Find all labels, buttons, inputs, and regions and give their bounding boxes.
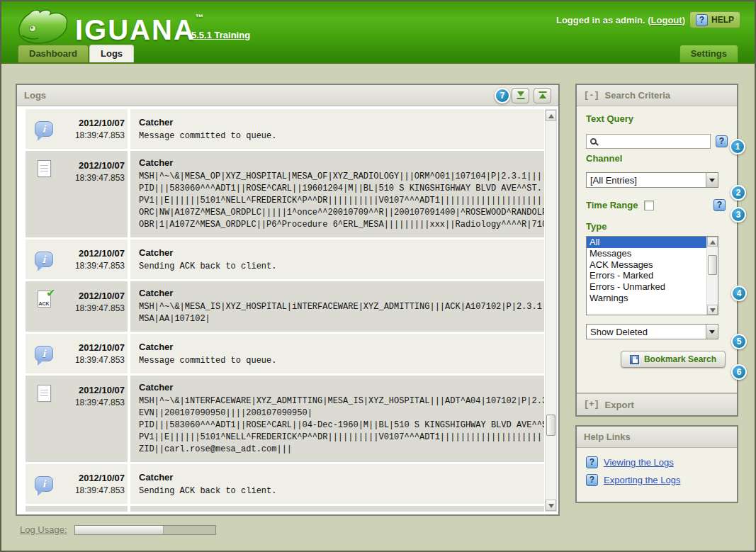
log-message-line: PV1||E||||||5101^NELL^FREDERICK^P^^DR|||… — [139, 195, 541, 207]
type-option-all[interactable]: All — [587, 237, 718, 248]
log-date: 2012/10/07 — [62, 342, 125, 353]
log-source: Catcher — [139, 157, 541, 168]
save-icon — [630, 355, 639, 364]
chevron-down-icon — [709, 179, 715, 182]
log-source: Catcher — [139, 342, 541, 352]
channel-select[interactable]: [All Entries] — [586, 172, 718, 188]
log-row[interactable]: 2012/10/0718:39:47.853 Catcher MSH|^~\&|… — [26, 376, 544, 462]
arrow-up-icon — [710, 240, 716, 244]
search-criteria-title: Search Criteria — [605, 90, 671, 101]
log-date: 2012/10/07 — [62, 118, 125, 128]
log-date: 2012/10/07 — [62, 385, 125, 395]
arrow-down-icon — [517, 91, 524, 96]
log-message-line: PID|||583060^^^ADT1||ROSE^CARL||04-Dec-1… — [139, 419, 541, 432]
type-option-errors-unmarked[interactable]: Errors - Unmarked — [587, 281, 718, 293]
text-query-field[interactable] — [586, 134, 711, 149]
jump-to-top-button[interactable] — [534, 88, 551, 103]
login-text: Logged in as admin. ( — [556, 15, 651, 26]
document-icon — [38, 160, 51, 177]
log-row[interactable]: ACK✔ 2012/10/0718:39:47.853 Catcher MSH|… — [26, 506, 544, 512]
callout-badge-7: 7 — [495, 88, 510, 103]
log-row[interactable]: 2012/10/0718:39:47.853 Catcher MSH|^~\&|… — [26, 151, 544, 237]
info-icon: i — [35, 346, 53, 361]
logout-link[interactable]: Logout — [651, 15, 682, 26]
scroll-up-button[interactable] — [546, 110, 556, 121]
ack-label: ACK — [38, 301, 50, 306]
question-icon: ? — [586, 456, 598, 468]
tab-settings[interactable]: Settings — [679, 45, 738, 62]
log-list: i 2012/10/0718:39:47.853 Catcher Message… — [26, 109, 544, 512]
log-time: 18:39:47.853 — [62, 355, 125, 365]
log-row[interactable]: i 2012/10/0718:39:47.853 Catcher Message… — [26, 109, 544, 149]
jump-to-bottom-button[interactable] — [512, 88, 529, 103]
callout-badge-2: 2 — [730, 185, 746, 201]
log-usage-link[interactable]: Log Usage: — [20, 524, 67, 535]
app-header: IGUANA™ 5.5.1 Training Logged in as admi… — [1, 1, 755, 64]
export-section-header: [+] Export — [577, 393, 737, 415]
type-option-warnings[interactable]: Warnings — [587, 293, 718, 304]
type-label: Type — [586, 221, 728, 232]
collapse-toggle[interactable]: [-] — [584, 91, 599, 101]
info-icon: i — [35, 121, 53, 137]
log-date: 2012/10/07 — [62, 291, 125, 301]
check-icon: ✔ — [46, 511, 55, 512]
type-option-errors-marked[interactable]: Errors - Marked — [587, 270, 718, 281]
question-icon: ? — [696, 14, 708, 26]
channel-value: [All Entries] — [587, 175, 706, 186]
scroll-down-button[interactable] — [546, 500, 556, 511]
log-message-line: PID|||583060^^^ADT1||ROSE^CARL||19601204… — [139, 183, 541, 195]
bookmark-search-label: Bookmark Search — [644, 354, 716, 364]
callout-badge-1: 1 — [730, 139, 745, 154]
search-input[interactable] — [599, 135, 710, 147]
search-criteria-panel: [-] Search Criteria Text Query ? Channel… — [575, 84, 738, 417]
bookmark-search-button[interactable]: Bookmark Search — [621, 351, 726, 368]
type-listbox[interactable]: All Messages ACK Messages Errors - Marke… — [586, 236, 718, 315]
iguana-logo-icon — [16, 7, 72, 48]
log-message-line: MSH|^~\&|iNTERFACEWARE|XYZ_ADMITTING|MES… — [139, 395, 541, 407]
type-option-messages[interactable]: Messages — [587, 248, 718, 259]
log-message-line: ZID||carl.rose@mesa_adt.com||| — [139, 444, 541, 456]
deleted-select[interactable]: Show Deleted — [586, 324, 718, 339]
log-message-line: Message committed to queue. — [139, 355, 541, 367]
type-option-ack-messages[interactable]: ACK Messages — [587, 259, 718, 271]
log-row[interactable]: i 2012/10/0718:39:47.853 Catcher Message… — [26, 334, 544, 373]
search-criteria-header: [-] Search Criteria — [577, 85, 737, 106]
scroll-down-button[interactable] — [707, 305, 718, 315]
ack-icon: ACK✔ — [38, 291, 51, 308]
dropdown-button[interactable] — [706, 173, 718, 187]
viewing-logs-link[interactable]: Viewing the Logs — [604, 457, 674, 468]
log-usage-fill — [75, 526, 164, 534]
scroll-thumb[interactable] — [708, 255, 717, 275]
log-message-line: ORC|NW|A107Z^MESA_ORDPLC|||||1^once^^200… — [139, 207, 541, 219]
scroll-thumb[interactable] — [546, 415, 555, 436]
log-usage-bar — [74, 525, 216, 535]
dropdown-button[interactable] — [706, 325, 718, 339]
log-row[interactable]: i 2012/10/0718:39:47.853 Catcher Sending… — [26, 240, 544, 279]
log-message-line: MSA|AA|107102| — [139, 313, 541, 325]
trademark: ™ — [196, 13, 203, 21]
type-list-scrollbar[interactable] — [706, 237, 718, 315]
help-button[interactable]: ? HELP — [689, 11, 740, 28]
log-scrollbar[interactable] — [545, 109, 557, 512]
arrow-down-icon — [548, 504, 554, 508]
info-icon: i — [35, 476, 53, 492]
log-date: 2012/10/07 — [62, 473, 125, 483]
text-query-help-icon[interactable]: ? — [716, 135, 728, 147]
callout-badge-4: 4 — [731, 286, 747, 301]
time-range-help-icon[interactable]: ? — [713, 199, 726, 211]
log-row[interactable]: i 2012/10/0718:39:47.853 Catcher Sending… — [26, 464, 544, 504]
help-button-label: HELP — [711, 15, 734, 25]
logs-panel: Logs i 2012/10/0718:39:47.853 Catcher Me… — [16, 84, 560, 516]
tab-logs[interactable]: Logs — [89, 45, 134, 62]
info-icon: i — [35, 252, 53, 267]
tab-dashboard[interactable]: Dashboard — [18, 45, 89, 62]
help-links-header: Help Links — [577, 427, 737, 448]
time-range-checkbox[interactable] — [644, 201, 654, 210]
scroll-up-button[interactable] — [707, 237, 718, 247]
log-row[interactable]: ACK✔ 2012/10/0718:39:47.853 Catcher MSH|… — [26, 281, 544, 332]
exporting-logs-link[interactable]: Exporting the Logs — [604, 475, 680, 485]
version-link[interactable]: 5.5.1 Training — [191, 30, 250, 40]
expand-toggle[interactable]: [+] — [584, 400, 599, 410]
log-source: Catcher — [139, 247, 541, 258]
log-message-line: MSH|^~\&|MESA_IS|XYZ_HOSPITAL|iNTERFACEW… — [139, 301, 541, 313]
